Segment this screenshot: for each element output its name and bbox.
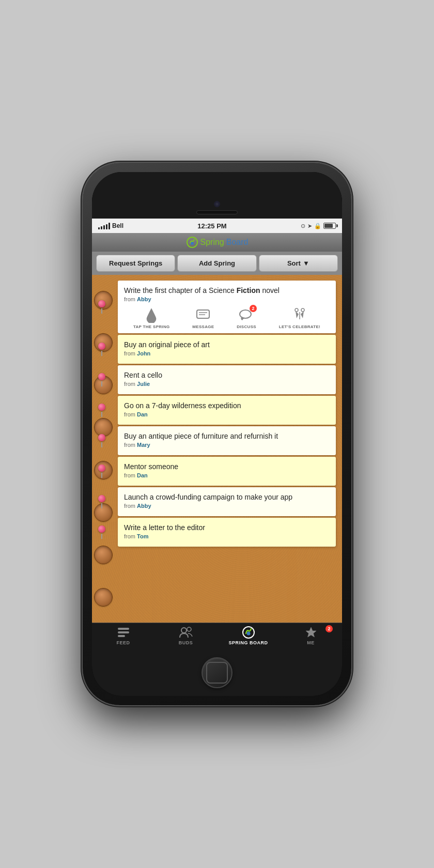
spring-from: from John bbox=[124, 350, 330, 357]
phone-device: Bell 12:25 PM ⊙ ➤ 🔒 bbox=[83, 163, 351, 705]
buds-tab-label: BUDS bbox=[179, 640, 193, 645]
top-bezel bbox=[92, 172, 342, 219]
discuss-action[interactable]: 2 DISCUSS bbox=[237, 307, 256, 329]
location-icon: ➤ bbox=[307, 223, 312, 229]
app-logo: Spring Board bbox=[186, 236, 249, 249]
bottom-bezel bbox=[92, 649, 342, 696]
spring-from: from Dan bbox=[124, 411, 330, 417]
spring-title: Rent a cello bbox=[124, 370, 330, 380]
logo-spring-text: Spring bbox=[200, 238, 224, 247]
status-right: ⊙ ➤ 🔒 bbox=[301, 223, 336, 229]
status-time: 12:25 PM bbox=[197, 222, 226, 230]
discuss-icon: 2 bbox=[238, 307, 255, 323]
spring-item[interactable]: Buy an antique piece of furniture and re… bbox=[118, 426, 336, 455]
spring-item[interactable]: Go on a 7-day wilderness expedition from… bbox=[118, 396, 336, 425]
svg-rect-9 bbox=[118, 628, 129, 630]
pin-body bbox=[101, 442, 102, 447]
svg-rect-2 bbox=[197, 310, 209, 318]
pin-head bbox=[98, 495, 105, 502]
feed-tab-label: FEED bbox=[116, 640, 130, 645]
clock-icon: ⊙ bbox=[301, 223, 305, 229]
cork-board[interactable]: Write the first chapter of a Science Fic… bbox=[92, 275, 342, 623]
me-tab-label: ME bbox=[307, 640, 315, 645]
add-spring-button[interactable]: Add Spring bbox=[177, 255, 256, 272]
spring-from: from Abby bbox=[124, 503, 330, 509]
lock-icon: 🔒 bbox=[314, 223, 321, 229]
discuss-badge: 2 bbox=[250, 305, 257, 312]
pin-head bbox=[98, 525, 105, 533]
spring-item[interactable]: Write a letter to the editor from Tom bbox=[118, 518, 336, 547]
tab-buds[interactable]: BUDS bbox=[154, 626, 217, 645]
drop-icon bbox=[143, 307, 160, 323]
discuss-label: DISCUSS bbox=[237, 324, 256, 329]
spring-from: from Dan bbox=[124, 472, 330, 478]
spring-title: Mentor someone bbox=[124, 462, 330, 471]
pin bbox=[98, 300, 105, 314]
pin-head bbox=[98, 300, 105, 307]
spring-board-icon bbox=[241, 626, 256, 639]
screen: Bell 12:25 PM ⊙ ➤ 🔒 bbox=[92, 219, 342, 649]
pin bbox=[98, 464, 105, 478]
spring-from: from Tom bbox=[124, 533, 330, 539]
spring-from: from Abby bbox=[124, 296, 330, 302]
spring-board-tab-label: SPRING BOARD bbox=[228, 640, 268, 645]
spring-title: Buy an original piece of art bbox=[124, 340, 330, 349]
tab-bar: FEED BUDS bbox=[92, 623, 342, 649]
pin-body bbox=[101, 473, 102, 478]
spring-title: Write a letter to the editor bbox=[124, 523, 330, 532]
celebrate-label: LET'S CELEBRATE! bbox=[279, 324, 320, 329]
status-left: Bell bbox=[98, 222, 123, 229]
spring-title: Go on a 7-day wilderness expedition bbox=[124, 401, 330, 410]
spring-title: Buy an antique piece of furniture and re… bbox=[124, 431, 330, 441]
spring-item[interactable]: Mentor someone from Dan bbox=[118, 457, 336, 486]
home-button-inner bbox=[206, 662, 228, 684]
tab-feed[interactable]: FEED bbox=[92, 626, 154, 645]
pin bbox=[98, 495, 105, 508]
message-label: MESSAGE bbox=[192, 324, 214, 329]
app-header: Spring Board bbox=[92, 233, 342, 252]
battery-indicator bbox=[323, 223, 336, 229]
spring-item[interactable]: Launch a crowd-funding campaign to make … bbox=[118, 487, 336, 516]
speaker bbox=[196, 210, 238, 214]
pin-head bbox=[98, 464, 105, 472]
sort-button[interactable]: Sort ▼ bbox=[259, 255, 338, 272]
tab-me[interactable]: 2 ME bbox=[280, 626, 342, 645]
pin-body bbox=[101, 412, 102, 417]
status-bar: Bell 12:25 PM ⊙ ➤ 🔒 bbox=[92, 219, 342, 233]
svg-point-13 bbox=[187, 627, 191, 631]
svg-point-6 bbox=[295, 308, 298, 312]
svg-point-5 bbox=[240, 310, 251, 318]
pin bbox=[98, 373, 105, 386]
carrier-name: Bell bbox=[112, 222, 123, 229]
springboard-logo-icon bbox=[186, 236, 198, 249]
svg-rect-11 bbox=[118, 635, 125, 637]
logo-board-text: Board bbox=[226, 238, 249, 247]
spring-item[interactable]: Buy an original piece of art from John bbox=[118, 335, 336, 364]
pin-body bbox=[101, 308, 102, 314]
pin-head bbox=[98, 343, 105, 350]
tap-spring-action[interactable]: TAP THE SPRING bbox=[133, 307, 170, 329]
phone-screen-area: Bell 12:25 PM ⊙ ➤ 🔒 bbox=[92, 172, 342, 696]
home-button[interactable] bbox=[202, 657, 233, 688]
pin bbox=[98, 404, 105, 417]
celebrate-icon bbox=[291, 307, 308, 323]
pin-body bbox=[101, 381, 102, 386]
camera bbox=[214, 201, 220, 207]
pin bbox=[98, 343, 105, 356]
spring-item[interactable]: Rent a cello from Julie bbox=[118, 365, 336, 394]
toolbar: Request Springs Add Spring Sort ▼ bbox=[92, 252, 342, 275]
tap-spring-label: TAP THE SPRING bbox=[133, 324, 170, 329]
pin bbox=[98, 434, 105, 447]
spring-actions: TAP THE SPRING MESS bbox=[118, 307, 336, 329]
pin-head bbox=[98, 434, 105, 441]
spring-item[interactable]: Write the first chapter of a Science Fic… bbox=[118, 281, 336, 333]
celebrate-action[interactable]: LET'S CELEBRATE! bbox=[279, 307, 320, 329]
request-springs-button[interactable]: Request Springs bbox=[96, 255, 175, 272]
pin-head bbox=[98, 373, 105, 380]
message-action[interactable]: MESSAGE bbox=[192, 307, 214, 329]
message-icon bbox=[195, 307, 211, 323]
buds-icon bbox=[179, 626, 193, 639]
spring-title: Launch a crowd-funding campaign to make … bbox=[124, 492, 330, 502]
tab-spring-board[interactable]: SPRING BOARD bbox=[217, 626, 280, 645]
svg-rect-10 bbox=[118, 631, 129, 633]
